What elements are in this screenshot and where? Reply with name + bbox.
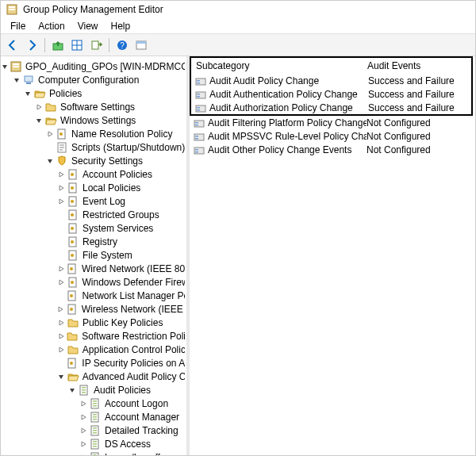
expand-icon[interactable] — [56, 345, 66, 354]
cell-audit-events: Not Configured — [367, 131, 475, 142]
tree-ds-access[interactable]: DS Access — [79, 437, 186, 450]
node-label: Network List Manager Po — [81, 290, 185, 301]
node-label: System Services — [82, 223, 154, 234]
list-item[interactable]: Audit Authentication Policy ChangeSucces… — [191, 87, 471, 101]
back-button[interactable] — [4, 36, 21, 54]
tree-app-control[interactable]: Application Control Polic — [56, 343, 186, 356]
expand-icon[interactable] — [56, 183, 66, 193]
expand-icon[interactable] — [56, 264, 65, 274]
policy-icon — [67, 182, 79, 194]
tree-policies[interactable]: Policies — [23, 86, 186, 100]
tree-network-list[interactable]: Network List Manager Po — [56, 289, 186, 302]
tree-software-restriction[interactable]: Software Restriction Polic — [56, 329, 186, 343]
list-item[interactable]: Audit Filtering Platform Policy ChangeNo… — [190, 116, 475, 129]
cell-audit-events: Success and Failure — [368, 102, 471, 113]
tree-security-settings[interactable]: Security Settings — [45, 154, 186, 167]
tree-computer-configuration[interactable]: Computer Configuration — [12, 73, 186, 86]
expand-icon[interactable] — [79, 453, 88, 456]
folder-icon — [44, 101, 57, 113]
item-icon — [193, 117, 205, 128]
expand-icon[interactable] — [56, 305, 65, 314]
tree-wireless-network[interactable]: Wireless Network (IEEE 80 — [56, 302, 186, 316]
up-button[interactable] — [49, 36, 67, 54]
export-list-button[interactable] — [87, 36, 105, 54]
tree-windows-settings[interactable]: Windows Settings — [34, 113, 186, 127]
expand-icon[interactable] — [56, 278, 66, 287]
expand-icon[interactable] — [79, 399, 88, 408]
expand-icon[interactable] — [34, 116, 44, 125]
tree-logon-logoff[interactable]: Logon/Logoff — [79, 450, 186, 455]
help-button[interactable] — [113, 36, 131, 54]
tree-local-policies[interactable]: Local Policies — [56, 181, 186, 194]
cell-subcategory: Audit Authentication Policy Change — [209, 89, 368, 100]
app-icon — [6, 3, 18, 16]
menu-file[interactable]: File — [4, 19, 32, 33]
tree-wired-network[interactable]: Wired Network (IEEE 802. — [56, 262, 186, 275]
spacer — [56, 251, 66, 260]
expand-icon[interactable] — [23, 89, 33, 98]
tree-account-logon[interactable]: Account Logon — [79, 397, 186, 410]
tree-account-policies[interactable]: Account Policies — [56, 167, 186, 181]
expand-icon[interactable] — [56, 170, 66, 179]
tree-system-services[interactable]: System Services — [56, 221, 186, 235]
expand-icon[interactable] — [67, 385, 77, 395]
node-label: Wired Network (IEEE 802. — [81, 263, 185, 274]
forward-button[interactable] — [23, 36, 40, 54]
show-hide-tree-button[interactable] — [68, 36, 86, 54]
tree-software-settings[interactable]: Software Settings — [34, 100, 186, 113]
policy-icon — [66, 289, 79, 302]
cell-audit-events: Success and Failure — [368, 75, 471, 86]
node-label: Computer Configuration — [37, 75, 140, 86]
audit-cat-icon — [89, 451, 102, 456]
tree-scripts[interactable]: Scripts (Startup/Shutdown) — [45, 140, 186, 154]
node-label: Public Key Policies — [82, 317, 163, 328]
expand-icon[interactable] — [56, 318, 66, 328]
expand-icon[interactable] — [79, 439, 88, 449]
tree-registry[interactable]: Registry — [56, 235, 186, 248]
node-label: Policies — [48, 88, 83, 99]
list-item[interactable]: Audit Authorization Policy ChangeSuccess… — [191, 101, 471, 114]
list-item[interactable]: Audit Audit Policy ChangeSuccess and Fai… — [191, 74, 471, 87]
tree-file-system[interactable]: File System — [56, 248, 186, 262]
audit-cat-icon — [89, 411, 102, 423]
list-item[interactable]: Audit Other Policy Change EventsNot Conf… — [190, 143, 475, 156]
expand-icon[interactable] — [79, 412, 88, 422]
expand-icon[interactable] — [56, 372, 66, 381]
node-label: Local Policies — [82, 182, 141, 194]
tree-defender-firewall[interactable]: Windows Defender Firew — [56, 275, 186, 289]
tree-name-resolution[interactable]: Name Resolution Policy — [45, 127, 186, 140]
node-label: File System — [82, 250, 133, 261]
tree-public-key[interactable]: Public Key Policies — [56, 316, 186, 329]
node-label: Software Restriction Polic — [81, 331, 185, 342]
folder-icon — [67, 316, 79, 329]
cell-subcategory: Audit Authorization Policy Change — [209, 102, 368, 113]
tree-advanced-audit[interactable]: Advanced Audit Policy C — [56, 370, 186, 383]
menu-help[interactable]: Help — [105, 19, 137, 33]
expand-icon[interactable] — [56, 197, 66, 206]
item-icon — [193, 144, 205, 155]
list-item[interactable]: Audit MPSSVC Rule-Level Policy ChangeNot… — [190, 129, 475, 143]
menu-action[interactable]: Action — [32, 19, 71, 33]
policy-icon — [67, 236, 79, 248]
expand-icon[interactable] — [45, 129, 55, 139]
menu-view[interactable]: View — [71, 19, 105, 33]
tree-event-log[interactable]: Event Log — [56, 194, 186, 208]
expand-icon[interactable] — [56, 331, 65, 341]
tree-root[interactable]: GPO_Auditing_GPOs [WIN-MDRMCGQ3KV — [1, 59, 186, 73]
column-audit-events[interactable]: Audit Events — [367, 60, 471, 71]
tree-detailed-tracking[interactable]: Detailed Tracking — [79, 423, 186, 437]
column-subcategory[interactable]: Subcategory — [194, 60, 367, 71]
properties-button[interactable] — [132, 36, 150, 54]
tree-ipsec[interactable]: IP Security Policies on Ac — [56, 356, 186, 370]
tree-audit-policies[interactable]: Audit Policies — [67, 383, 186, 397]
details-header: Subcategory Audit Events — [191, 58, 471, 74]
tree-restricted-groups[interactable]: Restricted Groups — [56, 208, 186, 221]
expand-icon[interactable] — [12, 75, 21, 85]
tree-account-management[interactable]: Account Manager — [79, 410, 186, 423]
expand-icon[interactable] — [34, 102, 44, 112]
expand-icon[interactable] — [79, 426, 88, 435]
expand-icon[interactable] — [45, 156, 55, 166]
shield-icon — [56, 155, 68, 167]
expand-icon[interactable] — [1, 62, 9, 71]
menu-bar: File Action View Help — [1, 18, 475, 34]
